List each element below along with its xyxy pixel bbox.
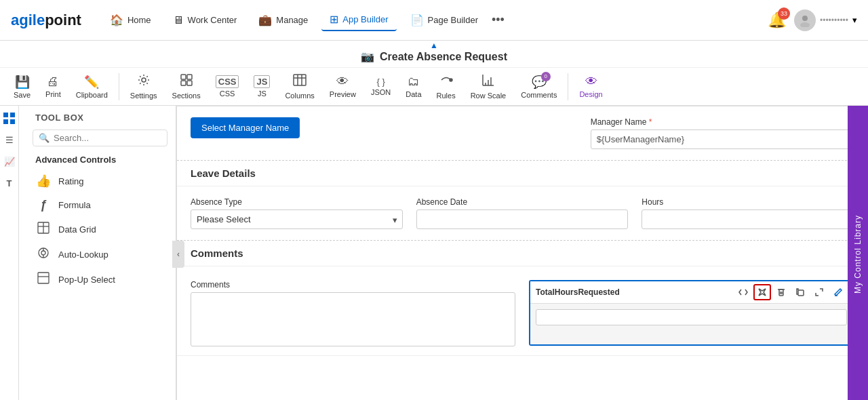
toolbox-item-popup-select[interactable]: Pop-Up Select xyxy=(24,267,176,292)
toolbar-sections[interactable]: Sections xyxy=(165,71,208,102)
toolbar-design[interactable]: 👁 Design xyxy=(572,72,609,101)
select-manager-button[interactable]: Select Manager Name xyxy=(191,117,300,138)
search-icon: 🔍 xyxy=(39,133,50,143)
right-panel-library[interactable]: My Control Library xyxy=(848,106,868,400)
widget-header: TotalHoursRequested xyxy=(530,281,852,304)
toolbar-columns[interactable]: Columns xyxy=(278,71,321,102)
toolbar-clipboard[interactable]: ✏️ Clipboard xyxy=(69,72,115,102)
camera-icon: 📷 xyxy=(361,50,374,63)
comments-textarea[interactable] xyxy=(191,292,515,346)
manager-name-input[interactable] xyxy=(591,129,854,149)
widget-input[interactable] xyxy=(536,309,847,325)
content-area: Select Manager Name Manager Name * Leave… xyxy=(176,106,868,400)
notification-button[interactable]: 🔔 33 xyxy=(768,12,786,29)
toolbox-header: TOOL BOX xyxy=(24,106,176,127)
toolbox-item-auto-lookup[interactable]: Auto-Lookup xyxy=(24,242,176,267)
rules-icon xyxy=(439,73,453,90)
widget-copy-button[interactable] xyxy=(791,284,809,300)
toolbox-item-formula[interactable]: ƒ Formula xyxy=(24,193,176,217)
row-scale-icon xyxy=(481,73,495,90)
css-icon: CSS xyxy=(216,75,239,88)
settings-icon xyxy=(137,73,151,90)
toolbar-json[interactable]: { } JSON xyxy=(364,74,397,99)
toolbar-comments[interactable]: 💬 0 Comments xyxy=(514,72,564,102)
data-icon: 🗂 xyxy=(408,75,420,89)
absence-type-wrapper: Please Select ▾ xyxy=(191,209,403,229)
popup-icon xyxy=(35,272,52,287)
nav-page-builder[interactable]: 📄 Page Builder xyxy=(402,9,486,31)
svg-rect-5 xyxy=(181,81,186,85)
comments-section: Comments TotalHoursRequested xyxy=(177,266,867,356)
avatar xyxy=(794,9,816,31)
svg-rect-3 xyxy=(181,75,186,79)
absence-type-select[interactable]: Please Select xyxy=(191,209,403,229)
toolbar-js[interactable]: JS JS xyxy=(247,73,277,100)
widget-edit-button[interactable] xyxy=(829,284,847,300)
form-area: Select Manager Name Manager Name * Leave… xyxy=(176,106,868,400)
widget-actions xyxy=(734,284,847,300)
absence-date-label: Absence Date xyxy=(416,197,629,207)
toolbar-row-scale[interactable]: Row Scale xyxy=(464,71,513,102)
more-menu-button[interactable]: ••• xyxy=(492,13,505,27)
nav-manage[interactable]: 💼 Manage xyxy=(250,9,316,31)
js-icon: JS xyxy=(254,75,270,88)
manager-name-label: Manager Name * xyxy=(591,117,854,127)
sidebar-icon-grid[interactable] xyxy=(1,108,18,127)
datagrid-icon xyxy=(35,222,52,237)
toolbox-item-rating[interactable]: 👍 Rating xyxy=(24,169,176,193)
absence-type-field: Absence Type Please Select ▾ xyxy=(191,197,403,229)
toolbar-rules[interactable]: Rules xyxy=(430,71,462,102)
widget-formula-button[interactable] xyxy=(753,284,771,300)
preview-icon: 👁 xyxy=(336,75,349,89)
formula-icon: ƒ xyxy=(35,198,52,212)
nav-right: 🔔 33 •••••••••• ▾ xyxy=(768,9,857,31)
comments-icon-wrapper: 💬 0 xyxy=(532,75,547,89)
leave-details-row: Absence Type Please Select ▾ Absence Dat… xyxy=(177,186,867,241)
widget-expand-button[interactable] xyxy=(810,284,828,300)
toolbar-save[interactable]: 💾 Save xyxy=(7,72,37,102)
widget-code-button[interactable] xyxy=(734,284,752,300)
widget-title: TotalHoursRequested xyxy=(536,287,620,297)
svg-rect-24 xyxy=(38,273,49,283)
toolbox-item-data-grid[interactable]: Data Grid xyxy=(24,217,176,242)
user-menu[interactable]: •••••••••• ▾ xyxy=(794,9,857,31)
sidebar-icon-panel: ☰ 📈 T xyxy=(0,106,19,400)
toolbox-section-title: Advanced Controls xyxy=(24,152,176,169)
sidebar-icon-t[interactable]: T xyxy=(1,174,18,193)
hours-input[interactable] xyxy=(642,209,854,229)
svg-point-2 xyxy=(142,78,146,82)
svg-rect-7 xyxy=(294,75,306,85)
search-box[interactable]: 🔍 xyxy=(33,129,167,146)
toolbar-data[interactable]: 🗂 Data xyxy=(399,72,428,101)
absence-date-input[interactable] xyxy=(416,209,629,229)
rating-icon: 👍 xyxy=(35,174,52,188)
sections-icon xyxy=(180,73,193,90)
nav-home[interactable]: 🏠 Home xyxy=(102,9,159,31)
svg-rect-29 xyxy=(798,290,804,296)
comments-row: Comments TotalHoursRequested xyxy=(191,280,854,348)
toolbar-css[interactable]: CSS CSS xyxy=(209,73,246,100)
nav-work-center[interactable]: 🖥 Work Center xyxy=(165,10,245,31)
total-hours-widget-container: TotalHoursRequested xyxy=(529,280,854,346)
toolbar-sep-1 xyxy=(119,73,119,100)
widget-delete-button[interactable] xyxy=(772,284,790,300)
briefcase-icon: 💼 xyxy=(258,14,272,26)
hours-field: Hours xyxy=(642,197,854,229)
search-input[interactable] xyxy=(54,133,161,143)
sidebar-icon-chart[interactable]: 📈 xyxy=(1,152,18,171)
clipboard-icon: ✏️ xyxy=(84,75,99,89)
sidebar-icon-menu[interactable]: ☰ xyxy=(1,130,18,149)
total-hours-widget: TotalHoursRequested xyxy=(529,280,854,348)
svg-point-21 xyxy=(41,251,45,255)
sidebar-collapse-button[interactable]: ‹ xyxy=(172,241,184,268)
nav-app-builder[interactable]: ⊞ App Builder xyxy=(321,9,396,31)
design-icon: 👁 xyxy=(585,75,597,89)
toolbar-settings[interactable]: Settings xyxy=(123,71,164,102)
toolbar-sep-2 xyxy=(568,73,568,100)
toolbar-preview[interactable]: 👁 Preview xyxy=(323,72,363,101)
monitor-icon: 🖥 xyxy=(173,14,184,26)
collapse-arrow-button[interactable]: ▲ xyxy=(430,41,438,50)
toolbar-print[interactable]: 🖨 Print xyxy=(39,72,68,101)
json-icon: { } xyxy=(376,77,384,87)
comments-field-label: Comments xyxy=(191,280,515,289)
